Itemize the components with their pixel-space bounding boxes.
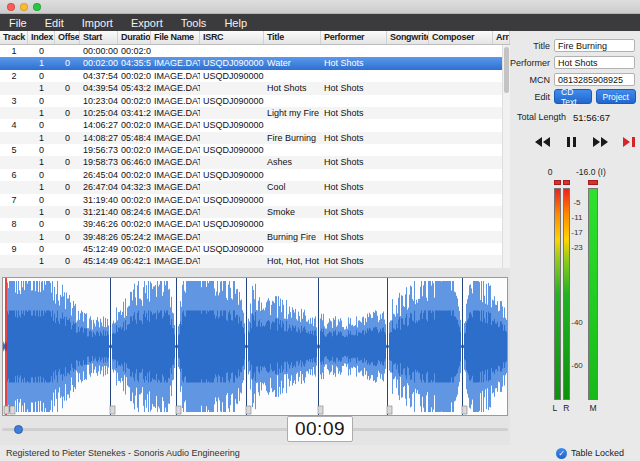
cell-offset: 0 bbox=[55, 82, 80, 94]
cell-duration: 00:02:00 bbox=[118, 45, 151, 57]
column-header-offset[interactable]: Offset bbox=[55, 31, 80, 44]
level-meter-mono bbox=[588, 188, 598, 400]
table-row[interactable]: 1004:39:5405:43:25IMAGE.DATHot ShotsHot … bbox=[0, 82, 510, 94]
meter-scale-label: -40 bbox=[568, 318, 586, 327]
minimize-window-button[interactable] bbox=[20, 3, 28, 11]
cell-index: 0 bbox=[28, 194, 55, 206]
clip-indicator-mono[interactable] bbox=[588, 180, 598, 185]
table-row[interactable]: 1045:14:4906:42:18IMAGE.DATHot, Hot, Hot… bbox=[0, 255, 510, 267]
table-row[interactable]: 4014:06:2700:02:00IMAGE.DATUSQDJ0900004 bbox=[0, 119, 510, 131]
cell-offset bbox=[55, 243, 80, 255]
close-window-button[interactable] bbox=[7, 3, 15, 11]
cell-songwriter bbox=[387, 45, 429, 57]
cell-isrc: USQDJ0900003 bbox=[200, 95, 264, 107]
column-header-index[interactable]: Index bbox=[28, 31, 55, 44]
cell-songwriter bbox=[387, 95, 429, 107]
track-marker[interactable] bbox=[387, 406, 392, 414]
cell-track: 5 bbox=[0, 144, 28, 156]
project-button[interactable]: Project bbox=[596, 89, 636, 104]
clip-indicator-left[interactable] bbox=[554, 180, 561, 185]
cell-composer bbox=[429, 169, 493, 181]
timeline-scrollbar[interactable] bbox=[2, 428, 508, 431]
menu-item-file[interactable]: File bbox=[0, 14, 36, 31]
column-header-title[interactable]: Title bbox=[264, 31, 321, 44]
column-header-track[interactable]: Track bbox=[0, 31, 28, 44]
track-marker[interactable] bbox=[176, 406, 181, 414]
play-marker-button[interactable] bbox=[619, 134, 639, 150]
rewind-button[interactable] bbox=[532, 134, 552, 150]
table-row[interactable]: 1031:21:4008:24:61IMAGE.DATSmokeHot Shot… bbox=[0, 206, 510, 218]
menu-item-help[interactable]: Help bbox=[215, 14, 256, 31]
cell-offset: 0 bbox=[55, 132, 80, 144]
column-header-composer[interactable]: Composer bbox=[429, 31, 493, 44]
cell-offset: 0 bbox=[55, 231, 80, 243]
cell-isrc bbox=[200, 132, 264, 144]
cell-offset bbox=[55, 95, 80, 107]
cell-file: IMAGE.DAT bbox=[151, 156, 200, 168]
track-marker[interactable] bbox=[4, 406, 9, 414]
cell-duration: 00:02:00 bbox=[118, 243, 151, 255]
column-header-start[interactable]: Start bbox=[80, 31, 118, 44]
cell-isrc bbox=[200, 181, 264, 193]
menu-item-edit[interactable]: Edit bbox=[36, 14, 73, 31]
track-marker[interactable] bbox=[246, 406, 251, 414]
track-marker[interactable] bbox=[462, 406, 467, 414]
table-row[interactable]: 1010:25:0403:41:23IMAGE.DATLight my Fire… bbox=[0, 107, 510, 119]
rewind-icon bbox=[535, 137, 542, 147]
track-marker[interactable] bbox=[110, 406, 115, 414]
cell-composer bbox=[429, 181, 493, 193]
menu-item-import[interactable]: Import bbox=[73, 14, 122, 31]
table-row[interactable]: 1000:02:0004:35:54IMAGE.DATUSQDJ0900001W… bbox=[0, 57, 510, 69]
table-row[interactable]: 7031:19:4000:02:00IMAGE.DATUSQDJ0900007 bbox=[0, 194, 510, 206]
table-row[interactable]: 1026:47:0404:32:36IMAGE.DATCoolHot Shots bbox=[0, 181, 510, 193]
cell-index: 0 bbox=[28, 70, 55, 82]
meter-zero-label: 0 bbox=[544, 167, 556, 177]
cell-track: 9 bbox=[0, 243, 28, 255]
fast-forward-button[interactable] bbox=[590, 134, 610, 150]
side-panel: Title Performer MCN Edit CD Text Project… bbox=[504, 31, 640, 445]
column-header-performer[interactable]: Performer bbox=[321, 31, 387, 44]
cell-isrc bbox=[200, 231, 264, 243]
cd-text-button[interactable]: CD Text bbox=[554, 89, 592, 104]
cell-index: 0 bbox=[28, 144, 55, 156]
loudness-readout: -16.0 (I) bbox=[576, 167, 636, 177]
menu-item-tools[interactable]: Tools bbox=[172, 14, 216, 31]
track-marker[interactable] bbox=[318, 406, 323, 414]
clip-indicator-right[interactable] bbox=[563, 180, 570, 185]
menu-item-export[interactable]: Export bbox=[122, 14, 172, 31]
cell-isrc: USQDJ0900006 bbox=[200, 169, 264, 181]
table-locked-icon[interactable]: ✓ bbox=[556, 448, 567, 459]
column-header-duration[interactable]: Duration bbox=[118, 31, 151, 44]
table-row[interactable]: 1019:58:7306:46:06IMAGE.DATAshesHot Shot… bbox=[0, 156, 510, 168]
cell-file: IMAGE.DAT bbox=[151, 57, 200, 69]
cell-duration: 08:24:61 bbox=[118, 206, 151, 218]
cell-duration: 03:41:23 bbox=[118, 107, 151, 119]
zoom-window-button[interactable] bbox=[33, 3, 41, 11]
table-row[interactable]: 1000:00:0000:02:00 bbox=[0, 45, 510, 57]
column-header-songwriter[interactable]: Songwriter bbox=[387, 31, 429, 44]
table-row[interactable]: 2004:37:5400:02:00IMAGE.DATUSQDJ0900002 bbox=[0, 70, 510, 82]
table-header-row: TrackIndexOffsetStartDurationFile NameIS… bbox=[0, 31, 510, 45]
waveform-display[interactable] bbox=[2, 277, 508, 416]
table-row[interactable]: 5019:56:7300:02:00IMAGE.DATUSQDJ0900005 bbox=[0, 144, 510, 156]
column-header-file-name[interactable]: File Name bbox=[151, 31, 200, 44]
table-row[interactable]: 1039:48:2605:24:23IMAGE.DATBurning FireH… bbox=[0, 231, 510, 243]
cell-duration: 06:42:18 bbox=[118, 255, 151, 267]
performer-field[interactable] bbox=[554, 56, 635, 69]
waveform-svg bbox=[3, 278, 507, 415]
table-row[interactable]: 3010:23:0400:02:00IMAGE.DATUSQDJ0900003 bbox=[0, 95, 510, 107]
mcn-field[interactable] bbox=[554, 73, 635, 86]
table-row[interactable]: 9045:12:4900:02:00IMAGE.DATUSQDJ0900009 bbox=[0, 243, 510, 255]
cell-composer bbox=[429, 95, 493, 107]
registration-text: Registered to Pieter Stenekes - Sonoris … bbox=[6, 445, 240, 461]
timeline-scrollbar-thumb[interactable] bbox=[14, 425, 23, 434]
pause-button[interactable] bbox=[561, 134, 581, 150]
table-row[interactable]: 6026:45:0400:02:00IMAGE.DATUSQDJ0900006 bbox=[0, 169, 510, 181]
column-header-isrc[interactable]: ISRC bbox=[200, 31, 264, 44]
cell-songwriter bbox=[387, 206, 429, 218]
table-row[interactable]: 8039:46:2600:02:00IMAGE.DATUSQDJ0900008 bbox=[0, 218, 510, 230]
meter-lr-label: L R bbox=[552, 403, 572, 413]
track-marker[interactable] bbox=[10, 406, 15, 414]
table-row[interactable]: 1014:08:2705:48:46IMAGE.DATFire BurningH… bbox=[0, 132, 510, 144]
title-field[interactable] bbox=[554, 39, 635, 52]
